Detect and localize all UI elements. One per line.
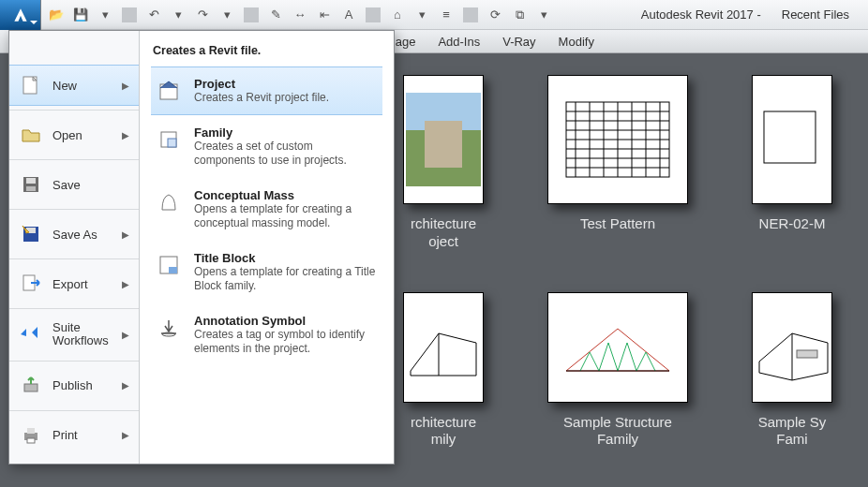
menu-item-saveas[interactable]: Save As ▶	[9, 214, 139, 255]
submenu-item-annotation-symbol[interactable]: Annotation Symbol Creates a tag or symbo…	[151, 303, 382, 366]
title-block-icon	[155, 251, 183, 279]
svg-line-43	[636, 352, 646, 371]
tab-modify[interactable]: Modify	[547, 30, 606, 53]
chevron-right-icon: ▶	[122, 81, 129, 91]
app-title: Autodesk Revit 2017 -	[641, 7, 761, 22]
project-icon	[155, 77, 183, 105]
svg-line-42	[627, 343, 636, 371]
menu-item-print[interactable]: Print ▶	[9, 415, 139, 456]
gallery-row: rchitecture oject Test Pattern NER-02-M	[394, 75, 868, 251]
menu-item-new[interactable]: New ▶	[9, 65, 139, 106]
section-icon[interactable]: ▾	[414, 7, 429, 22]
new-file-icon	[19, 73, 43, 97]
customize-qat-icon[interactable]: ▾	[536, 7, 551, 22]
tab-addins[interactable]: Add-Ins	[427, 30, 491, 53]
thumbnail-caption: Sample Structure Family	[563, 414, 672, 450]
conceptual-mass-icon	[155, 188, 183, 216]
recent-item-systems-family[interactable]: Sample Sy Fami	[752, 292, 832, 450]
chevron-right-icon: ▶	[122, 330, 129, 340]
submenu-item-title-block[interactable]: Title Block Opens a template for creatin…	[151, 241, 382, 303]
separator	[9, 110, 139, 111]
svg-line-39	[599, 343, 608, 371]
menu-item-open[interactable]: Open ▶	[9, 114, 139, 155]
thumbnail-caption: rchitecture oject	[411, 215, 476, 251]
sync-icon[interactable]: ⟳	[487, 7, 502, 22]
separator	[9, 361, 139, 362]
redo-dropdown-icon[interactable]: ▾	[219, 7, 234, 22]
tab-vray[interactable]: V-Ray	[491, 30, 546, 53]
undo-dropdown-icon[interactable]: ▾	[171, 7, 186, 22]
svg-rect-35	[764, 111, 816, 163]
svg-line-38	[590, 352, 599, 371]
chevron-right-icon: ▶	[122, 430, 129, 440]
menu-item-publish[interactable]: Publish ▶	[9, 365, 139, 406]
submenu-item-title: Title Block	[194, 251, 377, 265]
separator	[9, 159, 139, 160]
save-dropdown-icon[interactable]: ▾	[97, 7, 112, 22]
separator	[122, 7, 137, 22]
save-icon[interactable]: 💾	[73, 7, 88, 22]
align-icon[interactable]: ⇤	[317, 7, 332, 22]
submenu-item-desc: Creates a tag or symbol to identify elem…	[194, 328, 377, 356]
quick-access-toolbar: 📂 💾 ▾ ↶ ▾ ↷ ▾ ✎ ↔ ⇤ A ⌂ ▾ ≡ ⟳ ⧉ ▾ Autode…	[0, 0, 868, 30]
recent-item-architecture-project[interactable]: rchitecture oject	[403, 75, 484, 251]
3d-icon[interactable]: ⌂	[390, 7, 405, 22]
print-icon	[19, 423, 43, 448]
measure-icon[interactable]: ✎	[268, 7, 283, 22]
sheet-icon[interactable]: ≡	[439, 7, 454, 22]
separator	[244, 7, 259, 22]
svg-line-40	[608, 343, 618, 371]
submenu-item-title: Family	[194, 125, 377, 140]
menu-item-label: Save	[52, 178, 81, 192]
svg-rect-47	[797, 350, 817, 358]
menu-item-suite-workflows[interactable]: Suite Workflows ▶	[9, 313, 139, 357]
menu-item-label: Export	[52, 277, 88, 291]
submenu-item-family[interactable]: Family Creates a set of custom component…	[151, 115, 382, 178]
submenu-title: Creates a Revit file.	[151, 40, 382, 66]
chevron-right-icon: ▶	[122, 229, 129, 240]
menu-item-label: Open	[52, 128, 82, 142]
menu-item-label: Print	[52, 428, 78, 442]
submenu-item-conceptual-mass[interactable]: Conceptual Mass Opens a template for cre…	[151, 178, 382, 241]
text-icon[interactable]: A	[341, 7, 356, 22]
title-area: Autodesk Revit 2017 - Recent Files	[641, 7, 868, 22]
save-as-icon	[19, 222, 43, 246]
separator	[9, 209, 139, 210]
separator	[9, 308, 139, 309]
recent-item-ner02[interactable]: NER-02-M	[752, 75, 832, 251]
recent-item-structure-family[interactable]: Sample Structure Family	[547, 292, 688, 450]
menu-item-label: Suite Workflows	[52, 321, 112, 348]
gallery-row: rchitecture mily Sample Structure Family…	[394, 292, 868, 450]
svg-rect-13	[168, 139, 176, 147]
submenu-item-title: Annotation Symbol	[194, 314, 377, 328]
save-disk-icon	[19, 172, 43, 197]
separator	[9, 410, 139, 411]
menu-item-save[interactable]: Save	[9, 164, 139, 205]
redo-icon[interactable]: ↷	[195, 7, 210, 22]
thumbnail-caption: Sample Sy Fami	[758, 414, 827, 450]
context-title: Recent Files	[782, 7, 849, 22]
application-menu-button[interactable]	[0, 0, 41, 30]
open-icon[interactable]: 📂	[49, 7, 64, 22]
svg-rect-10	[27, 438, 35, 443]
submenu-item-project[interactable]: Project Creates a Revit project file.	[151, 66, 382, 115]
application-menu: New ▶ Open ▶ Save Save As ▶	[8, 30, 395, 465]
menu-item-label: Save As	[52, 228, 97, 242]
dimension-icon[interactable]: ↔	[292, 7, 307, 22]
publish-icon	[19, 374, 43, 398]
submenu-item-desc: Opens a template for creating a Title Bl…	[194, 265, 377, 293]
thumbnail	[752, 292, 832, 403]
menu-item-export[interactable]: Export ▶	[9, 263, 139, 304]
chevron-right-icon: ▶	[122, 279, 129, 289]
svg-rect-3	[26, 186, 36, 191]
undo-icon[interactable]: ↶	[146, 7, 161, 22]
switch-windows-icon[interactable]: ⧉	[512, 7, 527, 22]
svg-rect-7	[24, 384, 37, 391]
recent-item-test-pattern[interactable]: Test Pattern	[547, 75, 688, 251]
recent-item-architecture-family[interactable]: rchitecture mily	[403, 292, 484, 450]
separator	[366, 7, 381, 22]
qat-icons: 📂 💾 ▾ ↶ ▾ ↷ ▾ ✎ ↔ ⇤ A ⌂ ▾ ≡ ⟳ ⧉ ▾	[41, 7, 559, 22]
svg-rect-19	[425, 121, 462, 168]
thumbnail	[547, 292, 688, 403]
thumbnail	[403, 75, 484, 204]
